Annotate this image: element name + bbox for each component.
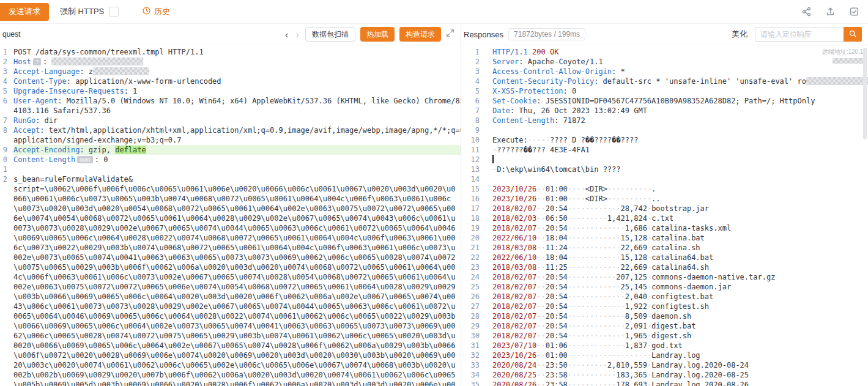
code-token: 2,810,559 <box>607 361 647 369</box>
code-token: 20:54 <box>546 332 568 340</box>
response-search <box>755 27 862 42</box>
packet-scan-button[interactable]: 数据包扫描 <box>305 27 355 42</box>
code-token: Content-Type <box>13 77 67 86</box>
send-request-button[interactable]: 发送请求 <box>0 3 49 21</box>
code-token: 15,128 <box>621 234 647 242</box>
code-line: 4Content-Security-Policy: default-src * … <box>461 76 868 86</box>
line-content: s_bean=ruleFormulaValidate& <box>13 174 461 184</box>
code-token: ··········· <box>568 380 616 386</box>
confirm-check-icon[interactable] <box>849 7 859 17</box>
code-token: : Apache-Coyote/1.1 <box>519 58 603 66</box>
code-line: 352020/08/26··23:58···········178,693·La… <box>461 380 868 386</box>
code-token: 2020/08/25 <box>492 371 536 379</box>
code-token: Landray.log.2020-08-24 <box>651 361 749 369</box>
line-number: 6 <box>0 96 9 106</box>
prev-request-icon[interactable]: ‹ <box>284 29 290 40</box>
code-token: 20:54 <box>546 322 568 330</box>
search-input[interactable] <box>755 27 844 42</box>
code-line: 7RunGo: dir <box>0 116 461 125</box>
code-token: 01:00 <box>546 351 568 360</box>
hot-reload-button[interactable]: 热加载 <box>360 27 395 42</box>
code-line: 9Accept-Encoding: gzip, deflate <box>0 145 461 155</box>
response-editor[interactable]: 1HTTP/1.1 200 OK2Server: Apache-Coyote/1… <box>461 45 868 386</box>
scrollbar[interactable] <box>862 45 868 386</box>
line-content: Accept-Encoding: gzip, deflate <box>13 145 461 155</box>
history-label: 历史 <box>154 6 170 17</box>
force-https-checkbox[interactable] <box>109 7 119 17</box>
code-token: commons-daemon-native.tar.gz <box>651 273 775 281</box>
line-number: 24 <box>461 272 485 282</box>
code-token: 2022/06/10 <box>492 253 536 262</box>
tab-responses[interactable]: Responses <box>464 30 503 39</box>
redacted-mosaic <box>51 58 143 65</box>
line-number: 16 <box>461 194 485 204</box>
line-number: 1 <box>461 47 485 57</box>
code-token: ············ <box>568 243 621 252</box>
line-content: 2018/02/03··06:50·········1,421,824·c.tx… <box>492 213 868 223</box>
code-line: 182018/02/03··06:50·········1,421,824·c.… <box>461 213 868 223</box>
code-line: 1HTTP/1.1 200 OK <box>461 47 868 57</box>
line-content <box>492 174 868 184</box>
code-token: . <box>651 185 656 193</box>
code-token: 11:24 <box>546 243 568 252</box>
code-line: 282018/02/07··20:54·············8,509·da… <box>461 311 868 321</box>
line-number: 8 <box>0 125 9 135</box>
code-token: .. <box>651 195 660 203</box>
code-token: ·········· <box>607 195 651 203</box>
search-button[interactable] <box>844 27 862 42</box>
code-token: 2018/02/07 <box>492 332 536 340</box>
line-number: 35 <box>461 380 485 386</box>
line-content: Date: Thu, 26 Oct 2023 13:02:49 GMT <box>492 106 868 116</box>
code-token: ············· <box>568 292 625 301</box>
code-token: 2023/10/26 <box>492 351 536 360</box>
code-token: : <box>43 58 51 66</box>
line-content: Content-Lengthauto: 0 <box>13 155 461 165</box>
code-line: 202022/06/10··18:04············15,128·ca… <box>461 233 868 243</box>
remote-address-label: 远端地址:120.19 <box>822 47 867 57</box>
export-icon[interactable] <box>825 7 836 17</box>
topbar: 发送请求 强制 HTTPS 历史 <box>0 0 868 24</box>
code-token: ·· <box>536 322 545 330</box>
beautify-button[interactable]: 美化 <box>732 29 747 40</box>
code-line: 292018/02/07··20:54·············2,091·di… <box>461 321 868 331</box>
code-token: 2018/02/07 <box>492 204 536 213</box>
share-icon[interactable] <box>801 7 812 17</box>
scrollbar-thumb[interactable] <box>863 48 867 139</box>
code-token: : * <box>612 67 625 76</box>
main-split: quest ‹ › 数据包扫描 热加载 构造请求 1POST /data/sys… <box>0 24 868 386</box>
code-token: : 0 <box>563 87 577 95</box>
code-line: 0Content-Lengthauto: 0 <box>0 155 461 165</box>
line-content: HTTP/1.1 200 OK <box>492 47 868 57</box>
code-line: 162023/10/26··01:00····<DIR>··········.. <box>461 194 868 204</box>
code-token: digest.sh <box>651 332 691 340</box>
line-content: 2018/02/07··20:54·············1,965·dige… <box>492 331 868 341</box>
code-line: 11·??????��??? 4E3E-4FA1 <box>461 145 868 155</box>
expand-icon[interactable] <box>446 29 454 40</box>
code-token: commons-daemon.jar <box>651 283 731 291</box>
code-token: Date <box>492 106 510 115</box>
force-https-group: 强制 HTTPS <box>60 6 119 17</box>
line-content: Set-Cookie: JSESSIONID=DF04567C47756A10B… <box>492 96 868 106</box>
code-token: 28,742 <box>621 204 647 213</box>
next-request-icon[interactable]: › <box>294 29 300 40</box>
code-line: 262018/02/07··20:54·············2,040·co… <box>461 292 868 302</box>
line-number: 14 <box>461 174 485 184</box>
code-line: 272018/02/07··20:54·············1,922·co… <box>461 302 868 311</box>
code-token: 23:58 <box>546 371 568 379</box>
history-button[interactable]: 历史 <box>142 6 170 17</box>
request-panel-title: quest <box>2 30 20 39</box>
code-token: X-XSS-Protection <box>492 87 563 95</box>
line-content: POST /data/sys-common/treexml.tmpl HTTP/… <box>13 47 461 57</box>
code-token: 178,693 <box>616 380 647 386</box>
code-token: ·· <box>536 273 545 281</box>
code-line: 8Content-Length: 71872 <box>461 116 868 125</box>
line-content: X-XSS-Protection: 0 <box>492 86 868 96</box>
line-number: 3 <box>0 67 9 76</box>
code-token: ·· <box>536 380 545 386</box>
construct-request-button[interactable]: 构造请求 <box>399 27 441 42</box>
code-token: <DIR> <box>585 195 607 203</box>
line-number: 34 <box>461 370 485 380</box>
request-editor[interactable]: 1POST /data/sys-common/treexml.tmpl HTTP… <box>0 45 461 386</box>
line-number: 8 <box>461 116 485 125</box>
line-number: 19 <box>461 223 485 233</box>
